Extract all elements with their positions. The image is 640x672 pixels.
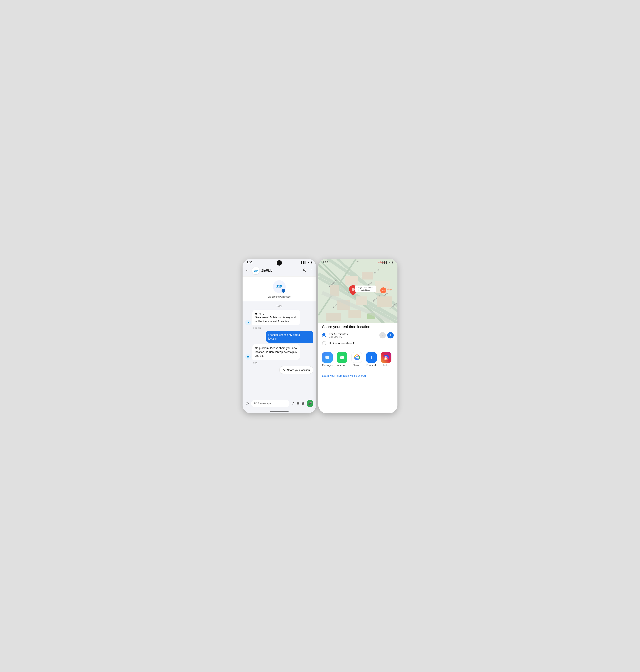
facebook-app-label: Facebook xyxy=(366,364,377,367)
msg-bubble-outgoing: I need to change my pickup location ✓✓ xyxy=(266,331,314,343)
option-15-minutes[interactable]: For 15 minutes Until 7:41 PM − + xyxy=(322,332,394,339)
instagram-app-icon xyxy=(381,352,391,363)
svg-rect-24 xyxy=(356,296,367,305)
svg-point-48 xyxy=(383,355,389,360)
msg-bubble-incoming: Hi Tom,Great news! Bob is on his way and… xyxy=(252,310,300,325)
signal-icon: ▌▌▌ xyxy=(301,261,306,264)
refresh-icon[interactable]: ↺ xyxy=(291,401,294,406)
header-icons: ⋮ xyxy=(303,268,313,273)
message-row: ZIP Hi Tom,Great news! Bob is on his way… xyxy=(245,310,314,325)
back-button[interactable]: ← xyxy=(244,267,250,274)
image-icon[interactable]: ⊞ xyxy=(296,401,300,406)
msg-text: No problem. Please share your new locati… xyxy=(255,346,297,357)
msg-avatar-zip: ZIP xyxy=(245,354,251,360)
message-row: I need to change my pickup location ✓✓ xyxy=(245,331,314,343)
svg-rect-25 xyxy=(377,296,392,307)
message-input[interactable] xyxy=(251,400,290,407)
chat-avatar: ZIP xyxy=(252,267,260,274)
svg-text:- 340 Main Street: - 340 Main Street xyxy=(357,289,370,291)
option-sub-15min: Until 7:41 PM xyxy=(329,335,377,338)
radio-15min[interactable] xyxy=(322,333,326,337)
share-location-label: Share your location xyxy=(287,369,310,372)
more-icon[interactable]: ⋮ xyxy=(309,268,313,273)
sheet-options: For 15 minutes Until 7:41 PM − + Until y… xyxy=(318,330,397,347)
battery-icon: ▮ xyxy=(310,261,312,264)
input-action-icons: ↺ ⊞ ⊕ xyxy=(291,401,305,406)
option-label-until-off: Until you turn this off xyxy=(329,342,394,345)
svg-rect-27 xyxy=(348,310,361,318)
decrement-button[interactable]: − xyxy=(379,332,386,339)
svg-rect-19 xyxy=(345,276,358,285)
app-item-messages[interactable]: Messages xyxy=(322,352,333,367)
msg-time-row: 7:22 PM xyxy=(245,327,314,329)
svg-text:f: f xyxy=(371,355,373,360)
battery-icon-right: ▮ xyxy=(392,261,393,264)
whatsapp-app-label: WhatsApp xyxy=(337,364,347,367)
camera-cutout xyxy=(277,260,282,266)
messages-area: Today ZIP Hi Tom,Great news! Bob is on h… xyxy=(243,301,316,398)
chrome-app-icon xyxy=(351,352,362,363)
app-item-chrome[interactable]: Chrome xyxy=(351,352,362,367)
learn-link[interactable]: Learn what information will be shared xyxy=(318,372,397,380)
svg-rect-20 xyxy=(362,272,373,280)
option-text-15min: For 15 minutes Until 7:41 PM xyxy=(329,332,377,338)
time-stepper: − + xyxy=(379,332,394,339)
svg-text:Gjusta: Gjusta xyxy=(387,288,393,290)
apps-row: Messages WhatsApp xyxy=(318,350,397,369)
msg-text: Hi Tom,Great news! Bob is on his way and… xyxy=(255,312,296,323)
app-item-instagram[interactable]: Inst... xyxy=(381,352,391,367)
shield-icon[interactable] xyxy=(303,268,307,273)
banner-avatar: ZIP ✓ xyxy=(273,280,286,293)
svg-rect-26 xyxy=(326,313,341,321)
svg-point-51 xyxy=(387,357,387,357)
signal-icon-right: ▌▌▌ xyxy=(382,261,388,264)
status-icons-left: ▌▌▌ ▲ ▮ xyxy=(301,261,312,264)
mic-icon: 🎤 xyxy=(308,401,312,405)
sheet-divider-2 xyxy=(318,371,397,371)
home-indicator xyxy=(270,411,289,412)
radio-inner-15min xyxy=(323,334,325,337)
status-bar-right: 9:30 ▌▌▌ ▲ ▮ xyxy=(318,259,397,265)
chat-avatar-text: ZIP xyxy=(254,269,258,272)
msg-time: 7:22 PM xyxy=(252,327,262,329)
share-location-button[interactable]: ◎ Share your location xyxy=(279,366,314,374)
messages-app-label: Messages xyxy=(322,364,333,367)
msg-text: I need to change my pickup location xyxy=(268,333,306,341)
status-time-left: 9:30 xyxy=(247,261,252,264)
radio-until-off[interactable] xyxy=(322,341,326,345)
chat-title: ZipRide xyxy=(261,269,301,272)
svg-point-45 xyxy=(356,357,358,358)
banner-avatar-text: ZIP xyxy=(276,285,282,289)
status-time-right: 9:30 xyxy=(322,261,328,264)
share-location-chip: ◎ Share your location xyxy=(245,365,314,375)
banner-tagline: Zip around with ease xyxy=(268,295,291,298)
left-phone: 9:30 ▌▌▌ ▲ ▮ ← ZIP ZipRide ⋮ xyxy=(243,259,316,413)
map-area[interactable]: Hampton Dr S Main St Pacific Ave Rose Av… xyxy=(318,259,397,323)
msg-time: Now xyxy=(252,362,258,364)
whatsapp-app-icon xyxy=(337,352,347,363)
app-item-whatsapp[interactable]: WhatsApp xyxy=(337,352,347,367)
bottom-sheet: Share your real-time location For 15 min… xyxy=(318,319,397,413)
plus-icon[interactable]: ⊕ xyxy=(302,401,305,406)
increment-button[interactable]: + xyxy=(387,332,394,339)
map-svg: Hampton Dr S Main St Pacific Ave Rose Av… xyxy=(318,259,397,323)
chat-banner: ZIP ✓ Zip around with ease xyxy=(243,277,316,301)
date-divider: Today xyxy=(245,305,314,308)
home-bar xyxy=(243,409,316,413)
option-text-until-off: Until you turn this off xyxy=(329,342,394,345)
msg-avatar-zip: ZIP xyxy=(245,319,251,325)
svg-text:Google Los Angeles: Google Los Angeles xyxy=(357,287,373,288)
chat-header: ← ZIP ZipRide ⋮ xyxy=(243,265,316,277)
msg-bubble-incoming: No problem. Please share your new locati… xyxy=(252,344,300,360)
option-until-off[interactable]: Until you turn this off xyxy=(322,341,394,345)
app-item-facebook[interactable]: f Facebook xyxy=(366,352,377,367)
send-button[interactable]: 🎤 xyxy=(307,400,314,407)
chrome-app-label: Chrome xyxy=(353,364,361,367)
msg-check-icon: ✓✓ xyxy=(307,337,311,341)
msg-time-row: Now xyxy=(245,362,314,364)
wifi-icon: ▲ xyxy=(307,261,310,264)
location-icon: ◎ xyxy=(283,368,286,372)
instagram-app-label: Inst... xyxy=(383,364,389,367)
sheet-title: Share your real-time location xyxy=(318,323,397,330)
emoji-icon[interactable]: ☺ xyxy=(245,401,249,406)
